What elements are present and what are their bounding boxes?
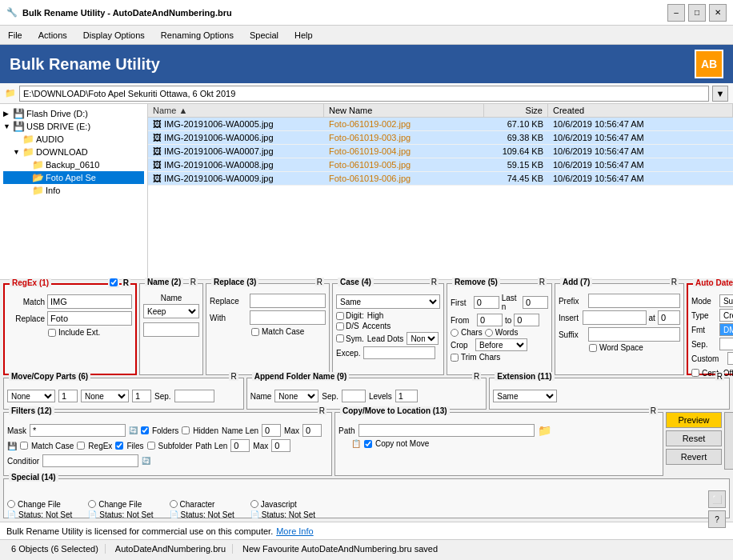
tree-item-audio[interactable]: 📁 AUDIO: [3, 133, 144, 146]
table-row[interactable]: 🖼IMG-20191006-WA0008.jpg Foto-061019-005…: [148, 158, 733, 172]
tree-item-backup[interactable]: 📁 Backup_0610: [3, 158, 144, 171]
menu-file[interactable]: File: [5, 29, 26, 42]
append-name-select[interactable]: None: [274, 390, 318, 402]
ds-checkbox[interactable]: [336, 322, 344, 330]
first-input[interactable]: [474, 296, 499, 309]
name-len-input[interactable]: [262, 424, 281, 437]
append-sep-input[interactable]: [342, 390, 366, 402]
move-copy-r-label: R: [229, 372, 238, 381]
column-new-name[interactable]: New Name: [324, 104, 484, 117]
at-input[interactable]: [658, 310, 680, 325]
replace-input[interactable]: [47, 311, 132, 326]
move-copy-select1[interactable]: None: [7, 390, 55, 402]
sep-input[interactable]: [719, 338, 733, 350]
match-case-checkbox[interactable]: [251, 328, 259, 336]
digit-checkbox[interactable]: [336, 312, 344, 320]
close-button[interactable]: ✕: [709, 4, 727, 22]
files-checkbox[interactable]: [115, 442, 123, 450]
path-browse-button[interactable]: ▼: [712, 86, 728, 102]
auto-date-type-select[interactable]: Creation (CModifiedAccessed: [719, 309, 733, 322]
tree-item-download[interactable]: ▼ 📁 DOWNLOAD: [3, 146, 144, 158]
crop-select[interactable]: BeforeAfter: [475, 338, 527, 351]
sym-checkbox[interactable]: [336, 334, 344, 342]
table-row[interactable]: 🖼IMG-20191006-WA0005.jpg Foto-061019-002…: [148, 118, 733, 131]
column-created[interactable]: Created: [548, 104, 733, 117]
special-radio1[interactable]: [7, 500, 15, 508]
levels-input[interactable]: [395, 390, 418, 402]
to-input[interactable]: [514, 314, 539, 326]
path-max-input[interactable]: [271, 439, 290, 452]
include-ext-checkbox[interactable]: [48, 329, 56, 337]
table-row[interactable]: 🖼IMG-20191006-WA0007.jpg Foto-061019-004…: [148, 145, 733, 158]
folder-browse-icon[interactable]: 📁: [538, 424, 551, 437]
special-radio2[interactable]: [88, 500, 96, 508]
word-space-checkbox[interactable]: [589, 344, 597, 352]
name-fixed-input[interactable]: [143, 322, 199, 337]
table-row[interactable]: 🖼IMG-20191006-WA0009.jpg Foto-061019-006…: [148, 172, 733, 186]
move-copy-val1[interactable]: [58, 390, 78, 402]
table-row[interactable]: 🖼IMG-20191006-WA0006.jpg Foto-061019-003…: [148, 131, 733, 145]
rename-button[interactable]: Rename: [724, 412, 733, 470]
match-case-checkbox2[interactable]: [20, 442, 28, 450]
move-copy-select2[interactable]: None: [81, 390, 129, 402]
suffix-input[interactable]: [588, 327, 680, 342]
non-select[interactable]: Non: [407, 332, 439, 345]
special-expand-button[interactable]: ⬜: [708, 490, 726, 508]
from-input[interactable]: [477, 314, 503, 326]
tree-item-info[interactable]: 📁 Info: [3, 184, 144, 197]
extension-select[interactable]: SameLowerUpperRemove: [493, 390, 557, 402]
tree-item-foto-apel[interactable]: 📂 Foto Apel Se: [3, 171, 144, 184]
auto-date-mode-select[interactable]: SuffixPrefixCustom: [719, 294, 733, 307]
tree-item-usb-drive[interactable]: ▼ 💾 USB DRIVE (E:): [3, 120, 144, 133]
name-select[interactable]: Keep Fixed Remove Reverse: [143, 304, 199, 318]
path-input[interactable]: [19, 86, 709, 102]
match-input[interactable]: [47, 294, 132, 309]
preview-button[interactable]: Preview: [666, 412, 722, 428]
regex-checkbox[interactable]: [110, 278, 118, 286]
special-help-button[interactable]: ?: [708, 510, 726, 528]
column-size[interactable]: Size: [484, 104, 548, 117]
menu-renaming-options[interactable]: Renaming Options: [158, 29, 237, 42]
name-max-input[interactable]: [302, 424, 322, 437]
path-len-input[interactable]: [230, 439, 250, 452]
chars-radio[interactable]: [451, 329, 459, 337]
words-radio[interactable]: [485, 329, 493, 337]
revert-button[interactable]: Revert: [666, 449, 722, 465]
reset-button[interactable]: Reset: [666, 430, 722, 446]
subfolder-checkbox[interactable]: [147, 442, 155, 450]
special-radio4[interactable]: [250, 500, 258, 508]
status4-label: Status: Not Set: [262, 510, 315, 519]
with-input[interactable]: [250, 310, 326, 325]
case-select[interactable]: SameUpperLowerTitle: [336, 294, 440, 309]
tree-item-flash-drive[interactable]: ▶ 💾 Flash Drive (D:): [3, 107, 144, 120]
last-n-input[interactable]: [523, 296, 548, 309]
prefix-input[interactable]: [588, 294, 680, 308]
cent-checkbox[interactable]: [691, 369, 699, 377]
save-icon[interactable]: 💾: [7, 442, 17, 450]
hidden-checkbox[interactable]: [182, 426, 190, 434]
condition-input[interactable]: [42, 454, 138, 467]
column-name[interactable]: Name ▲: [148, 104, 324, 117]
mask-input[interactable]: [30, 424, 126, 437]
menu-actions[interactable]: Actions: [35, 29, 70, 42]
folders-checkbox[interactable]: [141, 426, 149, 434]
minimize-button[interactable]: –: [667, 4, 685, 22]
menu-special[interactable]: Special: [246, 29, 282, 42]
fmt-select[interactable]: DMYMDYYMD: [719, 323, 733, 336]
insert-input[interactable]: [583, 310, 647, 325]
copy-not-move-checkbox[interactable]: [364, 440, 372, 448]
move-copy-val2[interactable]: [132, 390, 151, 402]
menu-help[interactable]: Help: [291, 29, 316, 42]
trim-checkbox[interactable]: [451, 354, 459, 362]
replace-value-input[interactable]: [250, 294, 326, 308]
copy-move-path-input[interactable]: [358, 424, 535, 437]
maximize-button[interactable]: □: [688, 4, 706, 22]
custom-input[interactable]: [727, 352, 733, 365]
condition-refresh-icon[interactable]: 🔄: [142, 457, 150, 465]
excep-input[interactable]: [363, 346, 435, 359]
refresh-icon[interactable]: 🔄: [129, 426, 138, 434]
regex-filter-checkbox[interactable]: [77, 442, 85, 450]
menu-display-options[interactable]: Display Options: [80, 29, 148, 42]
special-radio3[interactable]: [170, 500, 178, 508]
move-copy-sep-input[interactable]: [174, 390, 214, 402]
